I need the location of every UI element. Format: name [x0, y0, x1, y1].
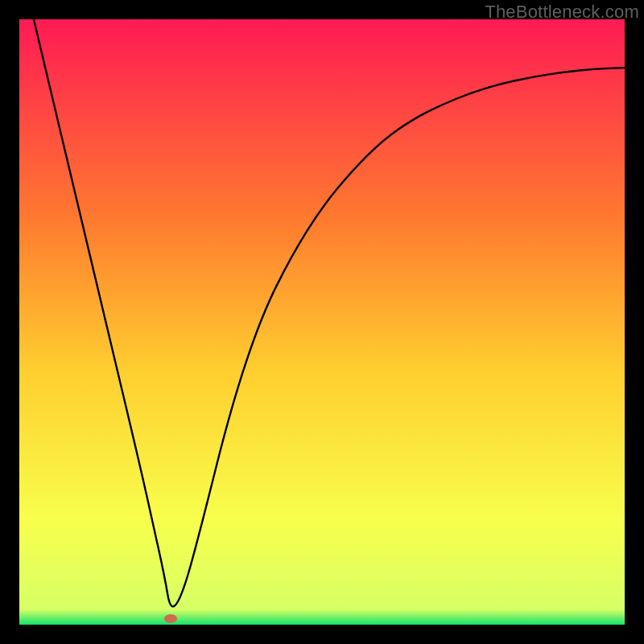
minimum-marker — [164, 614, 177, 623]
chart-canvas: TheBottleneck.com — [0, 0, 644, 644]
watermark-text: TheBottleneck.com — [485, 2, 639, 23]
plot-svg — [19, 19, 625, 625]
gradient-background — [19, 19, 625, 625]
plot-area — [19, 19, 625, 625]
